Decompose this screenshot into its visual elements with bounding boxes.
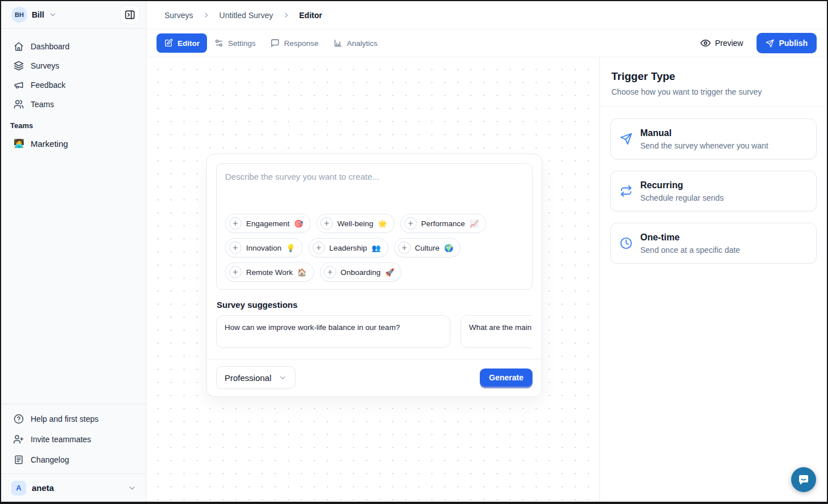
user-name: aneta <box>32 483 54 493</box>
plus-icon <box>324 266 336 278</box>
chip-label: Well-being <box>337 219 374 228</box>
sidebar-item-changelog[interactable]: Changelog <box>8 450 139 470</box>
sidebar-collapse-button[interactable] <box>121 6 139 24</box>
chip-remote-work[interactable]: Remote Work 🏠 <box>225 262 314 282</box>
sidebar-item-teams[interactable]: Teams <box>8 95 139 114</box>
plus-icon <box>404 217 417 230</box>
bar-chart-icon <box>333 39 343 48</box>
trigger-panel-header: Trigger Type Choose how you want to trig… <box>600 57 827 107</box>
tab-analytics[interactable]: Analytics <box>326 33 385 53</box>
chip-emoji: 🚀 <box>385 268 394 277</box>
tab-settings[interactable]: Settings <box>207 33 263 53</box>
tone-value: Professional <box>225 373 272 383</box>
chevron-down-icon <box>128 484 137 493</box>
plus-icon <box>229 217 242 230</box>
editor-toolbar: Editor Settings Response Analytics <box>146 29 827 57</box>
sidebar-footer: Help and first steps Invite teammates Ch… <box>1 404 146 473</box>
content-area: Engagement 🎯 Well-being 🌟 Performance <box>146 57 827 502</box>
breadcrumb: Surveys Untitled Survey Editor <box>146 1 827 29</box>
users-icon <box>14 99 24 109</box>
trigger-option-recurring[interactable]: Recurring Schedule regular sends <box>610 171 817 211</box>
plus-icon <box>398 242 411 254</box>
breadcrumb-editor: Editor <box>299 11 322 20</box>
trigger-option-title: Manual <box>640 128 768 138</box>
chat-bubble-icon <box>797 473 810 486</box>
trigger-option-text: One-time Send once at a specific date <box>640 232 740 255</box>
publish-button[interactable]: Publish <box>757 33 817 53</box>
preview-button[interactable]: Preview <box>696 35 748 52</box>
send-icon <box>620 133 632 145</box>
sidebar-item-team-marketing[interactable]: 🧑‍💻 Marketing <box>8 133 139 154</box>
breadcrumb-untitled-survey[interactable]: Untitled Survey <box>219 11 273 20</box>
chip-innovation[interactable]: Innovation 💡 <box>225 238 303 257</box>
sidebar-item-label: Dashboard <box>31 42 70 51</box>
trigger-option-one-time[interactable]: One-time Send once at a specific date <box>610 223 817 264</box>
chip-label: Leadership <box>329 244 367 252</box>
chip-engagement[interactable]: Engagement 🎯 <box>225 214 311 233</box>
chip-performance[interactable]: Performance 📈 <box>400 214 487 233</box>
editor-canvas[interactable]: Engagement 🎯 Well-being 🌟 Performance <box>146 57 599 502</box>
send-icon <box>766 39 774 48</box>
toolbar-actions: Preview Publish <box>696 33 817 53</box>
sidebar-spacer <box>1 154 146 404</box>
chip-well-being[interactable]: Well-being 🌟 <box>316 214 395 233</box>
tab-editor[interactable]: Editor <box>157 33 207 53</box>
trigger-option-text: Recurring Schedule regular sends <box>640 180 724 202</box>
chip-emoji: 💡 <box>286 244 295 252</box>
chip-emoji: 🎯 <box>294 219 303 228</box>
teams-section-label: Teams <box>8 114 139 133</box>
suggestion-card[interactable]: What are the main ob <box>461 315 533 348</box>
team-label: Marketing <box>31 139 68 149</box>
plus-icon <box>312 242 325 254</box>
trigger-options: Manual Send the survey whenever you want… <box>600 107 827 276</box>
sliders-icon <box>214 39 223 48</box>
app-window: BH Bill Dashboard Surv <box>0 0 828 504</box>
survey-prompt-input[interactable] <box>225 172 523 211</box>
sidebar-nav: Dashboard Surveys Feedback Teams <box>1 29 146 154</box>
sidebar: BH Bill Dashboard Surv <box>1 1 146 502</box>
workspace-avatar: BH <box>11 7 27 23</box>
generate-button[interactable]: Generate <box>480 369 533 387</box>
breadcrumb-surveys[interactable]: Surveys <box>164 11 193 20</box>
chat-widget-button[interactable] <box>791 467 816 492</box>
tab-label: Settings <box>228 39 256 48</box>
workspace-switcher[interactable]: BH Bill <box>1 1 146 29</box>
user-avatar: A <box>11 481 26 495</box>
chip-onboarding[interactable]: Onboarding 🚀 <box>320 262 402 282</box>
eye-icon <box>700 38 711 48</box>
chip-leadership[interactable]: Leadership 👥 <box>309 238 388 257</box>
suggestions-row: How can we improve work-life balance in … <box>216 315 533 348</box>
panel-subtitle: Choose how you want to trigger the surve… <box>611 87 816 96</box>
chip-label: Remote Work <box>246 268 293 277</box>
repeat-icon <box>620 185 632 197</box>
topic-chips: Engagement 🎯 Well-being 🌟 Performance <box>225 214 523 282</box>
trigger-option-description: Schedule regular sends <box>640 193 724 202</box>
user-menu[interactable]: A aneta <box>1 473 146 502</box>
chip-emoji: 🏠 <box>297 268 306 277</box>
chip-emoji: 🌍 <box>444 244 453 252</box>
trigger-option-title: One-time <box>640 232 740 243</box>
chip-label: Innovation <box>246 244 281 252</box>
suggestion-card[interactable]: How can we improve work-life balance in … <box>216 315 450 348</box>
message-icon <box>271 39 280 48</box>
sidebar-item-invite[interactable]: Invite teammates <box>8 429 139 450</box>
plus-icon <box>229 242 242 254</box>
tab-response[interactable]: Response <box>263 33 326 53</box>
trigger-option-manual[interactable]: Manual Send the survey whenever you want <box>610 118 817 159</box>
chip-emoji: 🌟 <box>378 219 387 228</box>
chevron-down-icon <box>278 374 287 382</box>
sidebar-item-help[interactable]: Help and first steps <box>8 409 139 429</box>
tab-label: Analytics <box>347 39 378 48</box>
chip-culture[interactable]: Culture 🌍 <box>394 238 461 257</box>
user-plus-icon <box>14 434 24 444</box>
sidebar-item-label: Teams <box>31 100 54 109</box>
sidebar-item-dashboard[interactable]: Dashboard <box>8 37 139 56</box>
main-area: Surveys Untitled Survey Editor Editor <box>146 1 827 502</box>
changelog-icon <box>14 455 24 465</box>
megaphone-icon <box>14 80 24 90</box>
sidebar-item-feedback[interactable]: Feedback <box>8 75 139 95</box>
preview-label: Preview <box>715 39 743 48</box>
layers-icon <box>14 61 24 71</box>
tone-select[interactable]: Professional <box>216 366 295 389</box>
sidebar-item-surveys[interactable]: Surveys <box>8 56 139 75</box>
